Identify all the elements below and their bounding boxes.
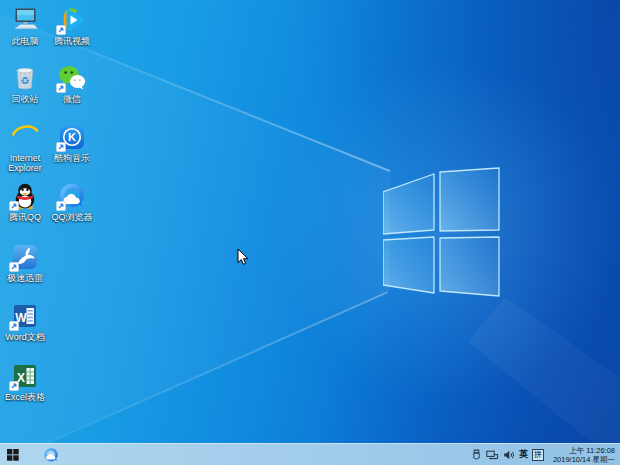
desktop-icon-recycle-bin[interactable]: ♻ 回收站 [0,64,51,104]
kugou-music-icon: K [58,123,86,151]
recycle-bin-icon: ♻ [11,64,39,92]
this-pc-icon [11,6,39,34]
tray-date: 2019/10/14 星期一 [553,455,615,464]
desktop-icon-label: 酷狗音乐 [54,153,90,163]
desktop-icon-internet-explorer[interactable]: Internet Explorer [0,123,51,173]
desktop-icon-tencent-qq[interactable]: 腾讯QQ [0,182,51,222]
internet-explorer-icon [11,123,39,151]
volume-icon[interactable] [503,449,515,461]
desktop-icon-label: 腾讯QQ [9,212,41,222]
desktop-icon-thunder[interactable]: 极速迅雷 [0,243,51,283]
tencent-video-icon [58,6,86,34]
thunder-icon [11,243,39,271]
desktop-icon-label: Word文档 [5,332,44,342]
excel-icon: X [11,362,39,390]
shortcut-arrow-icon [9,201,19,211]
tencent-qq-icon [11,182,39,210]
desktop-icon-tencent-video[interactable]: 腾讯视频 [46,6,98,46]
system-tray: 英 拼 上午 11:26:08 2019/10/14 星期一 [471,444,620,465]
windows-start-icon [7,449,19,461]
shortcut-arrow-icon [9,381,19,391]
desktop-icon-label: 极速迅雷 [7,273,43,283]
svg-text:K: K [68,131,76,143]
desktop-icon-label: 腾讯视频 [54,36,90,46]
svg-text:♻: ♻ [21,75,30,86]
taskbar: 英 拼 上午 11:26:08 2019/10/14 星期一 [0,443,620,465]
desktop-icon-word[interactable]: W Word文档 [0,302,51,342]
language-indicator[interactable]: 英 [519,448,528,461]
shortcut-arrow-icon [56,83,66,93]
desktop-icon-excel[interactable]: X Excel表格 [0,362,51,402]
desktop-icon-label: Internet Explorer [0,153,51,173]
desktop-icon-qq-browser[interactable]: QQ浏览器 [46,182,98,222]
ime-indicator[interactable]: 拼 [532,449,544,461]
shortcut-arrow-icon [9,262,19,272]
shortcut-arrow-icon [56,201,66,211]
desktop-icon-label: QQ浏览器 [51,212,92,222]
desktop-screen: 此电脑 腾讯视频 ♻ 回收站 [0,0,620,465]
qq-browser-icon [43,447,59,463]
desktop-icon-this-pc[interactable]: 此电脑 [0,6,51,46]
shortcut-arrow-icon [9,321,19,331]
wechat-icon [58,64,86,92]
desktop-icon-label: 回收站 [12,94,39,104]
windows-logo [383,166,503,298]
shortcut-arrow-icon [56,25,66,35]
desktop-icon-wechat[interactable]: 微信 [46,64,98,104]
word-icon: W [11,302,39,330]
desktop-icon-label: 微信 [63,94,81,104]
shortcut-arrow-icon [56,142,66,152]
taskbar-qq-browser-button[interactable] [39,444,63,465]
start-button[interactable] [0,444,26,465]
network-ethernet-icon[interactable] [486,449,499,461]
desktop-icon-label: 此电脑 [12,36,39,46]
desktop-icon-kugou-music[interactable]: K 酷狗音乐 [46,123,98,163]
tray-time: 上午 11:26:08 [553,446,615,455]
mouse-cursor [237,248,249,270]
taskbar-clock[interactable]: 上午 11:26:08 2019/10/14 星期一 [553,446,615,464]
usb-safely-remove-icon[interactable] [471,449,482,461]
desktop-icon-label: Excel表格 [5,392,45,402]
qq-browser-icon [58,182,86,210]
